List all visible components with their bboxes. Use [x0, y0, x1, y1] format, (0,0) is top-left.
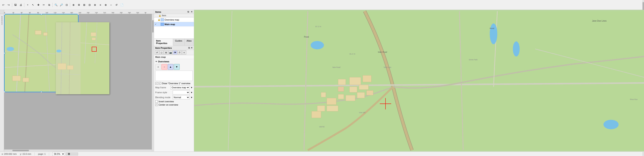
canvas-scrollbar-horizontal[interactable]	[4, 150, 152, 152]
svg-text:Old Rd: Old Rd	[319, 126, 324, 128]
toolbar-btn-zoom-fit[interactable]: ⊡	[64, 2, 69, 7]
canvas-area[interactable]	[4, 14, 154, 152]
toolbar-btn-distribute[interactable]: ⊕	[103, 2, 108, 7]
items-list: 🔒 Overview map ✓ Main map	[154, 17, 194, 38]
invert-overview-checkbox[interactable]	[155, 100, 158, 103]
blending-mode-select[interactable]: Normal	[172, 95, 190, 99]
draw-overview-checkbox[interactable]	[158, 82, 161, 84]
toolbar-btn-print[interactable]: 🖨	[18, 2, 23, 7]
toolbar-btn-align[interactable]: ≡	[98, 2, 103, 7]
draw-overview-section-checkbox[interactable]	[155, 82, 158, 84]
prop-close-icon[interactable]: ✕	[191, 47, 193, 49]
toolbar-btn-save[interactable]: 🖫	[13, 2, 18, 7]
toolbar-btn-move[interactable]: ✥	[36, 2, 41, 7]
canvas-scrollbar-vertical[interactable]	[152, 14, 154, 152]
draw-overview-label: Draw "Overview 1" overview	[162, 82, 190, 84]
section-arrow-icon: ▼	[155, 61, 157, 63]
toolbar-btn-cut[interactable]: ✂	[41, 2, 46, 7]
svg-point-51	[513, 41, 520, 56]
zoom-control: 25% 50% 58.5% 75% 100% 150% 200%	[52, 152, 78, 156]
svg-line-32	[535, 49, 644, 78]
svg-line-31	[228, 11, 232, 150]
prop-btn-grid[interactable]: ⊞	[164, 50, 168, 55]
toolbar-btn-select[interactable]: ↖	[30, 2, 36, 7]
blending-mode-row: Blending mode Normal ▼	[155, 95, 193, 100]
overview-list	[155, 71, 193, 81]
ov-down-btn[interactable]: ▼	[174, 64, 180, 70]
ruler-tick: 180	[78, 10, 81, 14]
ruler-tick: 120	[54, 10, 56, 14]
overviews-section-header[interactable]: ▼ Overviews	[155, 60, 193, 63]
prop-btn-pos[interactable]: ↺	[155, 50, 159, 55]
ruler-tick: 0	[4, 10, 5, 14]
page-overview-svg	[56, 22, 80, 94]
toolbar-btn-pan[interactable]: ⊕	[71, 2, 76, 7]
toolbar-btn-copy[interactable]: ⧉	[47, 2, 52, 7]
tab-guides[interactable]: Guides	[173, 39, 184, 46]
toolbar-btn-grid[interactable]: ⊞	[82, 2, 87, 7]
tab-item-properties[interactable]: Item Properties	[154, 39, 173, 46]
svg-rect-48	[312, 111, 321, 118]
map-frame-select[interactable]: Overview map	[170, 85, 190, 89]
prop-btn-atlas[interactable]: 📷	[168, 50, 172, 55]
ov-add-btn[interactable]: ＋	[155, 64, 161, 70]
svg-rect-8	[23, 78, 29, 82]
tab-atlas[interactable]: Atlas	[184, 39, 194, 46]
toolbar-btn-refresh[interactable]: ↺	[114, 2, 119, 7]
ov-remove-btn[interactable]: －	[162, 64, 167, 70]
svg-rect-38	[338, 79, 346, 85]
frame-style-dropdown-icon[interactable]: ▼	[190, 91, 193, 94]
svg-rect-36	[350, 87, 357, 92]
svg-rect-6	[43, 32, 48, 36]
canvas-scrollbar-vertical-thumb[interactable]	[152, 20, 154, 32]
map-frame-row: Map frame Overview map ▼	[155, 85, 193, 90]
zoom-slider[interactable]	[66, 153, 78, 156]
canvas-scrollbar-horizontal-thumb[interactable]	[12, 150, 29, 151]
status-coords-x: x: 209.692 mm	[2, 153, 17, 155]
toolbar-btn-zoom-out[interactable]: 🔎	[59, 2, 64, 7]
prop-btn-expression[interactable]: ≡	[182, 50, 186, 55]
items-row-overview[interactable]: 🔒 Overview map	[154, 17, 194, 22]
items-float-icon[interactable]: ⧉	[188, 10, 189, 13]
map-frame-dropdown-icon[interactable]: ▼	[190, 86, 193, 89]
toolbar-separator-1	[12, 3, 12, 7]
toolbar-btn-group[interactable]: ⊛	[92, 2, 98, 7]
center-on-overview-checkbox[interactable]	[155, 103, 158, 106]
svg-line-30	[460, 11, 463, 150]
svg-rect-43	[338, 94, 344, 99]
prop-float-icon[interactable]: ⧉	[188, 47, 190, 49]
ruler-tick-v: 0 20 40 60 80	[0, 16, 4, 25]
svg-point-52	[604, 120, 618, 129]
toolbar-btn-snap[interactable]: ⊟	[87, 2, 92, 7]
items-row-main[interactable]: ✓ Main map	[154, 22, 194, 27]
svg-point-50	[490, 23, 498, 44]
prop-btn-temporal[interactable]: ⏱	[178, 50, 182, 55]
toolbar-btn-add[interactable]: ＋	[25, 2, 30, 7]
items-icon-main	[161, 23, 164, 26]
svg-text:Main Road: Main Road	[378, 51, 387, 53]
zoom-slider-thumb[interactable]	[68, 153, 70, 155]
toolbar-btn-undo[interactable]: ↩	[1, 2, 6, 7]
svg-text:Pond: Pond	[490, 27, 494, 29]
svg-rect-47	[317, 106, 325, 111]
frame-style-select[interactable]	[172, 90, 190, 94]
blending-mode-dropdown-icon[interactable]: ▼	[190, 96, 193, 99]
prop-btn-frame[interactable]: ◻	[160, 50, 164, 55]
invert-overview-label: Invert overview	[158, 100, 174, 103]
prop-item-name: Main map	[154, 55, 194, 59]
ov-up-btn[interactable]: ▲	[168, 64, 174, 70]
zoom-select[interactable]: 25% 50% 58.5% 75% 100% 150% 200%	[52, 152, 65, 156]
toolbar-btn-atlas[interactable]: 📄	[119, 2, 124, 7]
toolbar-btn-settings[interactable]: ⚙	[76, 2, 81, 7]
svg-text:Side Lane: Side Lane	[384, 67, 392, 68]
prop-btn-overview[interactable]: 🗺	[173, 50, 177, 55]
toolbar-btn-redo[interactable]: ↪	[6, 2, 11, 7]
toolbar-btn-zoom-in[interactable]: 🔍	[54, 2, 58, 7]
svg-text:Vine Mill: Vine Mill	[359, 112, 366, 114]
overviews-section: ▼ Overviews ＋ － ▲ ▼	[154, 59, 194, 107]
items-close-icon[interactable]: ✕	[191, 10, 193, 13]
toolbar-btn-resize[interactable]: ↔	[108, 2, 114, 7]
overviews-toolbar: ＋ － ▲ ▼	[155, 64, 193, 70]
svg-rect-40	[346, 95, 355, 101]
svg-rect-27	[194, 11, 644, 150]
